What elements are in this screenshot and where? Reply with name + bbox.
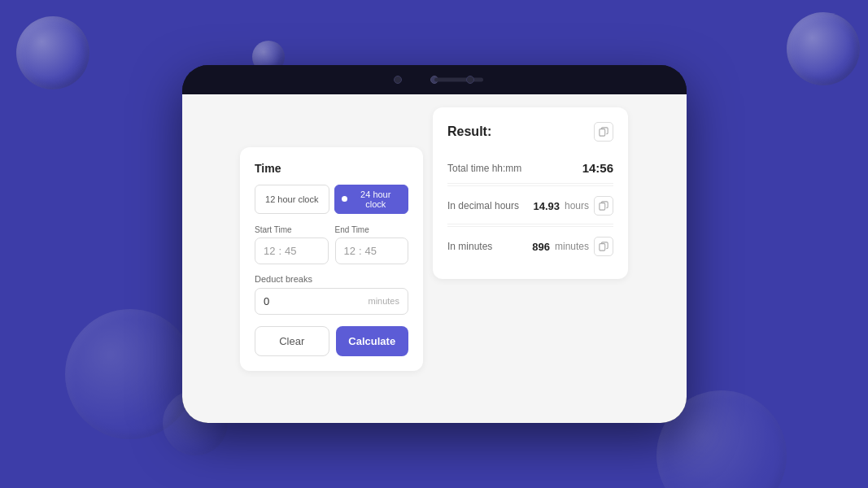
end-hours: 12 [344,245,355,257]
tablet-top-bar [182,65,687,94]
time-calculator-panel: Time 12 hour clock 24 hour clock Start T… [240,147,423,371]
minutes-label: In minutes [447,241,492,252]
result-header: Result: [447,122,613,142]
start-separator: : [278,245,281,257]
toggle-dot-icon [342,196,347,202]
svg-rect-0 [600,129,605,137]
copy-decimal-button[interactable] [594,196,613,216]
sphere-decoration-tl [16,16,89,89]
divider-2 [447,226,613,227]
end-time-field: End Time 12 : 45 [335,225,409,264]
end-time-input[interactable]: 12 : 45 [335,237,409,264]
action-buttons: Clear Calculate [255,326,408,356]
sphere-decoration-tr [787,12,860,85]
copy-minutes-button[interactable] [594,237,613,256]
deduct-input[interactable]: 0 minutes [255,288,408,315]
svg-rect-1 [600,203,605,211]
clear-button[interactable]: Clear [255,326,329,356]
deduct-breaks-section: Deduct breaks 0 minutes [255,274,408,315]
result-title: Result: [447,124,491,139]
result-row-total: Total time hh:mm 14:56 [447,153,613,184]
decimal-hours-label: In decimal hours [447,200,519,211]
copy-decimal-icon [599,201,608,211]
start-minutes: 45 [285,245,296,257]
copy-all-button[interactable] [594,122,613,142]
deduct-unit: minutes [368,296,399,306]
copy-minutes-icon [599,242,608,251]
toggle-24h-label: 24 hour clock [351,190,402,209]
deduct-value: 0 [264,295,269,307]
minutes-unit: minutes [555,241,589,252]
tablet-frame: Time 12 hour clock 24 hour clock Start T… [182,65,687,423]
camera-right-icon [466,76,474,84]
decimal-hours-value-group: 14.93 hours [533,196,613,216]
deduct-label: Deduct breaks [255,274,408,284]
end-separator: : [359,245,362,257]
panel-title: Time [255,162,408,175]
speaker-icon [434,78,483,82]
result-row-decimal: In decimal hours 14.93 hours [447,188,613,224]
result-panel: Result: Total time hh:mm 14:56 In deci [433,107,628,279]
toggle-12h-button[interactable]: 12 hour clock [255,185,329,214]
clock-toggle-group: 12 hour clock 24 hour clock [255,185,408,214]
tablet-screen: Time 12 hour clock 24 hour clock Start T… [182,94,687,423]
copy-icon [599,127,608,137]
total-time-value-group: 14:56 [582,161,613,175]
svg-rect-2 [600,244,605,251]
calculate-button[interactable]: Calculate [336,326,409,356]
total-time-label: Total time hh:mm [447,163,521,174]
decimal-hours-unit: hours [565,200,589,211]
minutes-value-group: 896 minutes [532,237,613,256]
end-time-label: End Time [335,225,409,234]
divider-1 [447,185,613,186]
start-hours: 12 [264,245,275,257]
camera-left-icon [394,76,402,84]
decimal-hours-value: 14.93 [533,200,560,212]
start-time-input[interactable]: 12 : 45 [255,237,329,264]
start-time-label: Start Time [255,225,329,234]
time-inputs-row: Start Time 12 : 45 End Time 12 : 45 [255,225,408,264]
end-minutes: 45 [365,245,377,257]
minutes-value: 896 [532,241,550,253]
start-time-field: Start Time 12 : 45 [255,225,329,264]
toggle-24h-button[interactable]: 24 hour clock [334,185,409,214]
total-time-value: 14:56 [582,161,613,175]
result-row-minutes: In minutes 896 minutes [447,229,613,264]
